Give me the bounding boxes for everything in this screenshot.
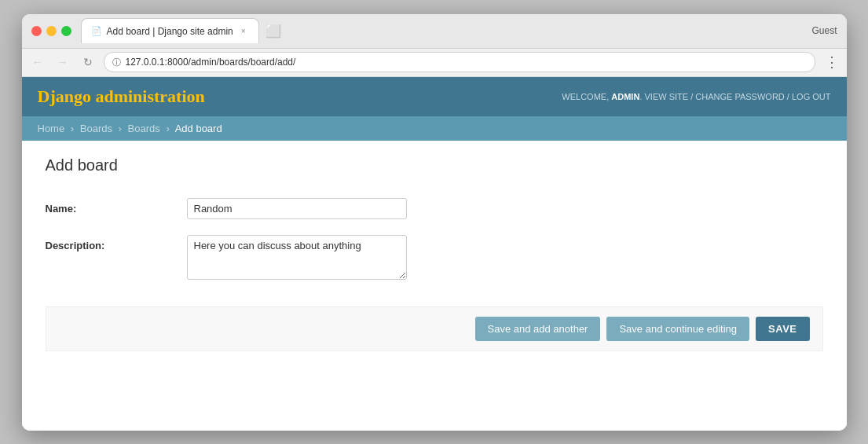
breadcrumb-sep1: › bbox=[71, 123, 74, 134]
tab-title: Add board | Django site admin bbox=[107, 26, 233, 37]
description-row: Description: Here you can discuss about … bbox=[46, 227, 823, 291]
tab-close-button[interactable]: × bbox=[238, 26, 249, 37]
save-add-another-button[interactable]: Save and add another bbox=[475, 317, 601, 341]
forward-button[interactable]: → bbox=[53, 53, 72, 72]
minimize-button[interactable] bbox=[46, 26, 57, 36]
security-icon: ⓘ bbox=[112, 57, 121, 68]
admin-site-title: Django administration bbox=[38, 86, 205, 107]
user-label: Guest bbox=[811, 25, 837, 36]
breadcrumb-bar: Home › Boards › Boards › Add board bbox=[22, 116, 847, 141]
tab-bar: 📄 Add board | Django site admin × ⬜ bbox=[81, 18, 812, 43]
name-field-container bbox=[187, 198, 407, 219]
log-out-link[interactable]: LOG OUT bbox=[792, 92, 831, 101]
description-label: Description: bbox=[46, 235, 187, 251]
add-board-form: Name: Description: Here you can discuss … bbox=[46, 190, 823, 351]
sep1: / bbox=[690, 92, 693, 101]
reload-button[interactable]: ↻ bbox=[79, 53, 97, 72]
breadcrumb-sep2: › bbox=[119, 123, 122, 134]
admin-user-info: WELCOME, ADMIN. VIEW SITE / CHANGE PASSW… bbox=[562, 92, 830, 101]
active-tab[interactable]: 📄 Add board | Django site admin × bbox=[81, 18, 259, 43]
url-text: 127.0.0.1:8000/admin/boards/board/add/ bbox=[126, 57, 296, 68]
name-row: Name: bbox=[46, 190, 823, 227]
maximize-button[interactable] bbox=[61, 26, 71, 36]
page-title: Add board bbox=[46, 156, 823, 174]
view-site-link[interactable]: VIEW SITE bbox=[645, 92, 689, 101]
browser-window: 📄 Add board | Django site admin × ⬜ Gues… bbox=[22, 14, 847, 431]
name-label: Name: bbox=[46, 198, 187, 215]
save-button[interactable]: SAVE bbox=[756, 317, 809, 341]
submit-row: Save and add another Save and continue e… bbox=[46, 306, 823, 351]
breadcrumb-boards-app[interactable]: Boards bbox=[80, 123, 112, 134]
breadcrumb-current: Add board bbox=[175, 123, 222, 134]
django-admin-page: Django administration WELCOME, ADMIN. VI… bbox=[22, 77, 847, 431]
close-button[interactable] bbox=[31, 26, 42, 36]
title-bar: 📄 Add board | Django site admin × ⬜ Gues… bbox=[22, 14, 847, 49]
welcome-text: WELCOME, bbox=[562, 92, 609, 101]
back-button[interactable]: ← bbox=[28, 53, 47, 72]
admin-username: ADMIN bbox=[611, 92, 639, 101]
content-area: Add board Name: Description: Here you ca… bbox=[22, 141, 847, 367]
description-input[interactable]: Here you can discuss about anything bbox=[187, 235, 407, 280]
breadcrumb-home[interactable]: Home bbox=[38, 123, 65, 134]
breadcrumb-boards-model[interactable]: Boards bbox=[128, 123, 160, 134]
breadcrumb-sep3: › bbox=[166, 123, 169, 134]
admin-header: Django administration WELCOME, ADMIN. VI… bbox=[22, 77, 847, 116]
traffic-lights bbox=[31, 26, 71, 36]
tab-favicon: 📄 bbox=[91, 26, 102, 36]
address-bar: ← → ↻ ⓘ 127.0.0.1:8000/admin/boards/boar… bbox=[22, 49, 847, 77]
url-bar[interactable]: ⓘ 127.0.0.1:8000/admin/boards/board/add/ bbox=[104, 52, 815, 72]
name-input[interactable] bbox=[187, 198, 407, 219]
description-field-container: Here you can discuss about anything bbox=[187, 235, 407, 283]
save-continue-button[interactable]: Save and continue editing bbox=[606, 317, 749, 341]
new-tab-button[interactable]: ⬜ bbox=[262, 20, 284, 42]
breadcrumb: Home › Boards › Boards › Add board bbox=[38, 123, 831, 134]
more-options-button[interactable]: ⋮ bbox=[822, 53, 841, 72]
sep2: / bbox=[787, 92, 789, 101]
change-password-link[interactable]: CHANGE PASSWORD bbox=[695, 92, 784, 101]
